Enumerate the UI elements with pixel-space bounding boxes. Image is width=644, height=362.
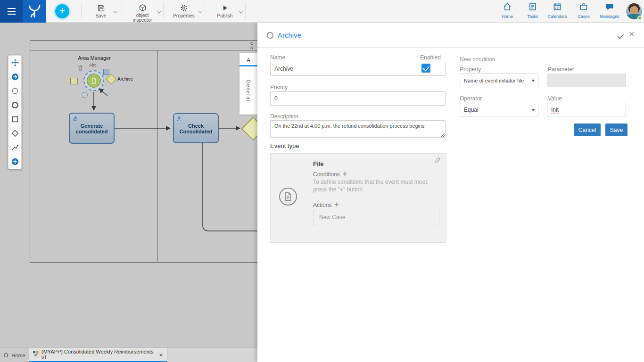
- description-textarea[interactable]: On the 22nd at 4:00 p.m. the refund cons…: [270, 120, 446, 138]
- publish-button[interactable]: Publish: [206, 1, 243, 22]
- shape-palette: [8, 55, 22, 169]
- conditions-row: Conditions+: [313, 170, 347, 178]
- nav-cases-label: Cases: [578, 14, 590, 19]
- operator-label: Operator: [460, 95, 482, 102]
- lane-divider: [157, 50, 157, 263]
- new-case-action[interactable]: New Case: [313, 210, 439, 225]
- tasks-icon: [528, 2, 537, 13]
- app-logo[interactable]: [23, 0, 46, 23]
- connector-tool-icon[interactable]: [8, 70, 21, 84]
- process-icon: [33, 351, 39, 358]
- check-consolidated-task[interactable]: Check Consolidated: [173, 113, 219, 143]
- task-label: Check Consolidated: [177, 123, 215, 134]
- add-action-button[interactable]: +: [334, 200, 339, 208]
- save-condition-button[interactable]: Save: [605, 123, 627, 136]
- generate-consolidated-task[interactable]: Generate consolidated: [69, 113, 115, 144]
- pool-title-line2: R: [250, 46, 254, 50]
- enabled-label: Enabled: [420, 54, 441, 61]
- chevron-down-icon[interactable]: [114, 9, 117, 13]
- tab-general-label: General: [246, 80, 251, 101]
- app-root: C R Area Manager Abc: [0, 0, 644, 362]
- handle-task-icon[interactable]: [70, 78, 78, 84]
- value-input-text: Init: [551, 107, 559, 113]
- end-event-tool-icon[interactable]: [8, 98, 21, 112]
- nav-tasks[interactable]: Tasks: [523, 2, 542, 21]
- priority-label: Priority: [270, 84, 288, 90]
- description-label: Description: [270, 113, 298, 120]
- tab-process-label: (MYAPP) Consolidated Weekly Reimbursemen…: [41, 349, 156, 360]
- nav-cases[interactable]: Cases: [574, 2, 593, 21]
- gateway-tool-icon[interactable]: [8, 126, 21, 140]
- save-button[interactable]: Save: [84, 1, 118, 22]
- home-icon: [503, 2, 512, 13]
- parameter-label: Parameter: [548, 66, 574, 73]
- nav-messages-label: Messages: [600, 14, 619, 19]
- chevron-down-icon[interactable]: [239, 9, 243, 13]
- trash-icon[interactable]: [77, 65, 83, 73]
- start-event-tool-icon[interactable]: [8, 84, 21, 98]
- lane-label-area-manager: Area Manager: [68, 55, 120, 61]
- nav-home[interactable]: Home: [498, 2, 517, 21]
- actions-row: Actions+: [313, 200, 339, 209]
- chevron-down-icon[interactable]: [198, 9, 202, 13]
- hamburger-menu-icon[interactable]: [0, 0, 23, 23]
- task-tool-icon[interactable]: [8, 112, 21, 126]
- close-icon[interactable]: ×: [629, 29, 635, 40]
- pool-title: C R: [250, 41, 254, 50]
- nav-messages[interactable]: Messages: [596, 2, 623, 21]
- gear-icon: [180, 4, 188, 12]
- object-inspector-label: object inspector: [129, 13, 156, 23]
- parameter-input: [547, 74, 626, 87]
- home-icon: [3, 352, 9, 359]
- user-task-icon: [176, 115, 182, 123]
- priority-input[interactable]: [270, 91, 446, 106]
- nav-tasks-label: Tasks: [527, 14, 538, 19]
- save-icon: [97, 4, 105, 12]
- name-input[interactable]: [270, 62, 446, 76]
- event-status-icon: [267, 32, 273, 39]
- message-icon: [605, 2, 614, 13]
- polyline-tool-icon[interactable]: [8, 140, 21, 155]
- move-tool-icon[interactable]: [8, 56, 21, 70]
- accept-icon[interactable]: [617, 32, 624, 39]
- chevron-down-icon[interactable]: [157, 9, 161, 13]
- tab-general[interactable]: General: [239, 66, 257, 115]
- tab-home[interactable]: Home: [0, 348, 29, 362]
- add-object-button[interactable]: +: [55, 4, 69, 18]
- abc-edit-label[interactable]: Abc: [89, 63, 97, 67]
- publish-label: Publish: [217, 14, 233, 18]
- conditions-help-text: To define conditions that the event must…: [313, 178, 437, 193]
- edit-event-icon[interactable]: [434, 156, 441, 166]
- panel-title: Archive: [278, 31, 301, 39]
- tab-close-icon[interactable]: ×: [159, 351, 163, 358]
- nav-home-label: Home: [502, 14, 513, 19]
- cube-icon: [139, 4, 147, 12]
- chevron-down-icon: [531, 80, 535, 82]
- property-select[interactable]: Name of event initiator file: [460, 74, 538, 87]
- file-event-icon[interactable]: [87, 74, 101, 88]
- property-select-value: Name of event initiator file: [464, 78, 524, 83]
- object-inspector-button[interactable]: object inspector: [124, 1, 161, 22]
- cancel-button[interactable]: Cancel: [574, 123, 601, 136]
- add-tool-icon[interactable]: [8, 155, 21, 169]
- file-type-icon: [279, 188, 297, 206]
- name-label: Name: [270, 54, 285, 61]
- nav-calendars[interactable]: Calendars: [544, 2, 570, 21]
- archive-node-label: Archive: [117, 76, 133, 82]
- tab-process-document[interactable]: (MYAPP) Consolidated Weekly Reimbursemen…: [29, 348, 167, 362]
- properties-button[interactable]: Properties: [165, 1, 203, 22]
- task-label: Generate consolidated: [73, 123, 111, 134]
- side-tab-stub[interactable]: A: [239, 53, 257, 66]
- manual-task-icon: [72, 115, 78, 123]
- operator-select-value: Equal: [464, 107, 479, 113]
- enabled-checkbox[interactable]: [421, 64, 430, 73]
- operator-select[interactable]: Equal: [460, 103, 538, 116]
- event-type-label: Event type: [270, 142, 299, 149]
- handle-circle-icon[interactable]: [82, 92, 88, 98]
- properties-side-tabs: A General: [239, 53, 257, 115]
- add-condition-button[interactable]: +: [343, 170, 347, 178]
- tab-home-label: Home: [11, 353, 25, 358]
- value-input[interactable]: Init: [547, 103, 626, 116]
- handle-square-icon[interactable]: [103, 69, 109, 75]
- calendar-icon: [553, 2, 562, 13]
